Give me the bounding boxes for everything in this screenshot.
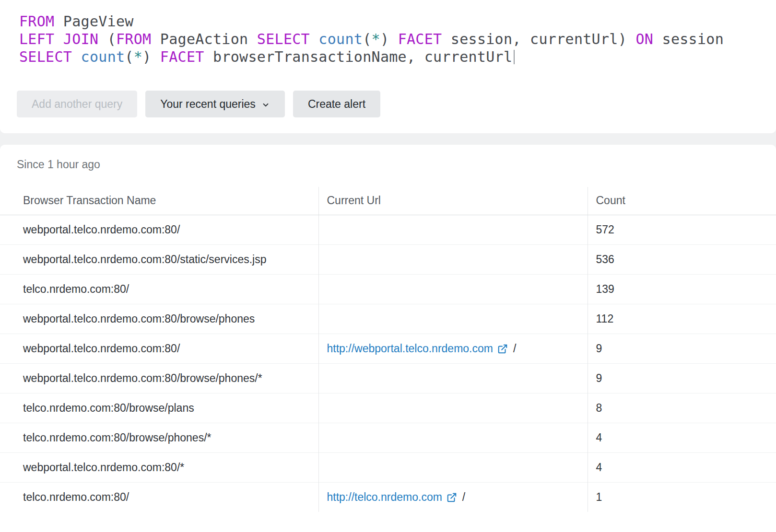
browser-transaction-name-cell: telco.nrdemo.com:80/browse/phones/* <box>0 423 318 452</box>
current-url-cell: http://telco.nrdemo.com/ <box>318 482 588 512</box>
current-url-cell <box>318 304 588 334</box>
current-url-cell <box>318 274 588 304</box>
column-header-browser-transaction-name[interactable]: Browser Transaction Name <box>0 187 318 215</box>
query-line: LEFT JOIN (FROM PageAction SELECT count(… <box>19 30 776 48</box>
recent-queries-button[interactable]: Your recent queries <box>145 91 285 117</box>
query-line: SELECT count(*) FACET browserTransaction… <box>19 48 776 66</box>
external-link-icon <box>497 344 508 354</box>
text-cursor <box>514 50 515 64</box>
external-link-icon <box>447 492 457 503</box>
count-cell: 9 <box>588 334 776 363</box>
nrql-query-input[interactable]: FROM PageViewLEFT JOIN (FROM PageAction … <box>0 12 776 66</box>
recent-queries-label: Your recent queries <box>160 98 256 111</box>
query-line: FROM PageView <box>19 12 776 30</box>
current-url-path: / <box>513 342 516 355</box>
current-url-cell: http://webportal.telco.nrdemo.com/ <box>318 334 588 363</box>
current-url-path: / <box>462 491 465 503</box>
current-url-link[interactable]: http://webportal.telco.nrdemo.com <box>327 342 508 355</box>
add-another-query-button[interactable]: Add another query <box>17 91 137 117</box>
browser-transaction-name-cell: webportal.telco.nrdemo.com:80/browse/pho… <box>0 363 318 393</box>
results-card: Since 1 hour ago Browser Transaction Nam… <box>0 145 776 532</box>
count-cell: 572 <box>588 215 776 244</box>
browser-transaction-name-cell: telco.nrdemo.com:80/ <box>0 274 318 304</box>
table-row: webportal.telco.nrdemo.com:80/572 <box>0 215 776 244</box>
browser-transaction-name-cell: webportal.telco.nrdemo.com:80/static/ser… <box>0 244 318 274</box>
count-cell: 4 <box>588 452 776 482</box>
current-url-cell <box>318 244 588 274</box>
browser-transaction-name-cell: webportal.telco.nrdemo.com:80/ <box>0 215 318 244</box>
current-url-cell <box>318 452 588 482</box>
count-cell: 139 <box>588 274 776 304</box>
current-url-cell <box>318 393 588 423</box>
browser-transaction-name-cell: telco.nrdemo.com:80/browse/plans <box>0 393 318 423</box>
browser-transaction-name-cell: telco.nrdemo.com:80/ <box>0 482 318 512</box>
time-range-label: Since 1 hour ago <box>17 158 776 171</box>
table-row: telco.nrdemo.com:80/139 <box>0 274 776 304</box>
browser-transaction-name-cell: webportal.telco.nrdemo.com:80/ <box>0 334 318 363</box>
chevron-down-icon <box>261 101 270 109</box>
table-row: webportal.telco.nrdemo.com:80/static/ser… <box>0 244 776 274</box>
current-url-link[interactable]: http://telco.nrdemo.com <box>327 491 457 504</box>
table-row: telco.nrdemo.com:80/http://telco.nrdemo.… <box>0 482 776 512</box>
count-cell: 4 <box>588 423 776 452</box>
results-table: Browser Transaction Name Current Url Cou… <box>0 187 776 512</box>
column-header-current-url[interactable]: Current Url <box>318 187 588 215</box>
table-row: webportal.telco.nrdemo.com:80/browse/pho… <box>0 304 776 334</box>
current-url-cell <box>318 423 588 452</box>
query-editor-card: FROM PageViewLEFT JOIN (FROM PageAction … <box>0 0 776 133</box>
table-row: telco.nrdemo.com:80/browse/phones/*4 <box>0 423 776 452</box>
browser-transaction-name-cell: webportal.telco.nrdemo.com:80/browse/pho… <box>0 304 318 334</box>
current-url-cell <box>318 215 588 244</box>
browser-transaction-name-cell: webportal.telco.nrdemo.com:80/* <box>0 452 318 482</box>
query-toolbar: Add another query Your recent queries Cr… <box>17 91 776 117</box>
current-url-cell <box>318 363 588 393</box>
table-row: telco.nrdemo.com:80/browse/plans8 <box>0 393 776 423</box>
count-cell: 9 <box>588 363 776 393</box>
create-alert-button[interactable]: Create alert <box>293 91 380 117</box>
count-cell: 112 <box>588 304 776 334</box>
count-cell: 536 <box>588 244 776 274</box>
count-cell: 8 <box>588 393 776 423</box>
table-row: webportal.telco.nrdemo.com:80/http://web… <box>0 334 776 363</box>
table-row: webportal.telco.nrdemo.com:80/*4 <box>0 452 776 482</box>
table-header-row: Browser Transaction Name Current Url Cou… <box>0 187 776 215</box>
table-row: webportal.telco.nrdemo.com:80/browse/pho… <box>0 363 776 393</box>
column-header-count[interactable]: Count <box>588 187 776 215</box>
count-cell: 1 <box>588 482 776 512</box>
